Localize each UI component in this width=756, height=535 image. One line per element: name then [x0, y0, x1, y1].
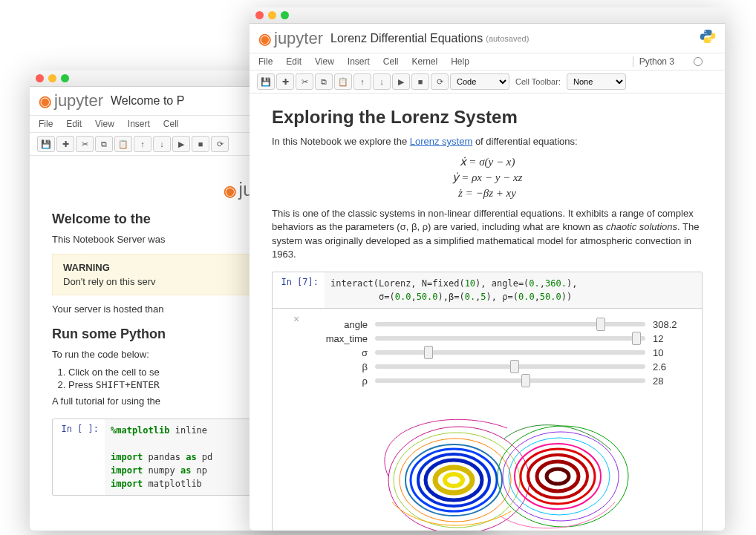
- close-icon[interactable]: [255, 11, 264, 19]
- move-down-icon[interactable]: ↓: [373, 73, 391, 90]
- minimize-icon[interactable]: [268, 11, 276, 19]
- window-lorenz: ◉ jupyter Lorenz Differential Equations …: [250, 7, 725, 531]
- slider-label: angle: [310, 319, 375, 330]
- cell-toolbar-label: Cell Toolbar:: [515, 77, 561, 86]
- slider-thumb[interactable]: [424, 346, 433, 359]
- slider-thumb[interactable]: [521, 374, 530, 387]
- jupyter-icon: ◉: [258, 30, 271, 47]
- paste-icon[interactable]: 📋: [114, 136, 132, 152]
- copy-icon[interactable]: ⧉: [315, 73, 333, 90]
- cell-type-select[interactable]: Code: [450, 73, 509, 90]
- slider-β: β2.6: [310, 361, 690, 372]
- eq-1: ẋ = σ(y − x): [272, 154, 703, 170]
- slider-label: β: [310, 361, 375, 372]
- svg-point-9: [435, 467, 472, 493]
- notebook-name[interactable]: Lorenz Differential Equations: [330, 32, 483, 45]
- menu-file[interactable]: File: [39, 119, 53, 129]
- python-icon: [700, 28, 716, 48]
- stop-icon[interactable]: ■: [411, 73, 429, 90]
- add-cell-icon[interactable]: ✚: [56, 136, 74, 152]
- svg-point-3: [394, 433, 520, 528]
- kernel-indicator-icon: [694, 57, 703, 66]
- eq-2: ẏ = ρx − y − xz: [272, 170, 703, 186]
- slider-track[interactable]: [375, 364, 645, 369]
- autosaved-label: (autosaved): [486, 34, 529, 43]
- jupyter-icon: ◉: [39, 92, 51, 110]
- cell-prompt: In [7]:: [273, 272, 325, 308]
- paste-icon[interactable]: 📋: [334, 73, 352, 90]
- jupyter-logo[interactable]: ◉ jupyter: [258, 29, 323, 48]
- menubar: File Edit View Insert Cell Kernel Help P…: [250, 53, 725, 70]
- menu-help[interactable]: Help: [451, 56, 469, 67]
- widget-close-icon[interactable]: ×: [293, 313, 299, 325]
- restart-icon[interactable]: ⟳: [431, 73, 449, 90]
- save-icon[interactable]: 💾: [37, 136, 55, 152]
- add-cell-icon[interactable]: ✚: [276, 73, 294, 90]
- menu-cell[interactable]: Cell: [383, 56, 399, 67]
- cell-prompt: In [ ]:: [53, 419, 105, 495]
- notebook-header: ◉ jupyter Lorenz Differential Equations …: [250, 24, 725, 53]
- lorenz-link[interactable]: Lorenz system: [410, 136, 473, 147]
- copy-icon[interactable]: ⧉: [95, 136, 113, 152]
- menu-cell[interactable]: Cell: [163, 119, 179, 129]
- slider-track[interactable]: [375, 378, 645, 383]
- slider-label: ρ: [310, 375, 375, 387]
- save-icon[interactable]: 💾: [257, 73, 275, 90]
- menu-file[interactable]: File: [258, 56, 273, 67]
- move-down-icon[interactable]: ↓: [153, 136, 171, 152]
- slider-max_time: max_time12: [310, 333, 690, 344]
- menu-edit[interactable]: Edit: [66, 119, 82, 129]
- svg-point-11: [498, 426, 628, 527]
- svg-point-1: [710, 41, 711, 42]
- move-up-icon[interactable]: ↑: [134, 136, 151, 152]
- svg-point-4: [400, 439, 511, 522]
- svg-point-15: [521, 449, 595, 504]
- restart-icon[interactable]: ⟳: [211, 136, 229, 152]
- slider-thumb[interactable]: [596, 318, 605, 331]
- minimize-icon[interactable]: [48, 74, 56, 82]
- code-cell[interactable]: In [7]: interact(Lorenz, N=fixed(10), an…: [272, 272, 703, 531]
- svg-point-17: [537, 462, 579, 491]
- cut-icon[interactable]: ✂: [296, 73, 313, 90]
- intro-paragraph: In this Notebook we explore the Lorenz s…: [272, 135, 703, 148]
- cell-toolbar-select[interactable]: None: [567, 73, 626, 90]
- kernel-name[interactable]: Python 3: [633, 56, 674, 67]
- notebook-name[interactable]: Welcome to P: [111, 94, 184, 108]
- titlebar[interactable]: [250, 7, 725, 24]
- menu-view[interactable]: View: [315, 56, 334, 67]
- run-icon[interactable]: ▶: [392, 73, 410, 90]
- svg-point-18: [547, 469, 569, 484]
- run-icon[interactable]: ▶: [172, 136, 190, 152]
- slider-value: 10: [653, 347, 690, 358]
- svg-point-0: [705, 31, 706, 33]
- menu-insert[interactable]: Insert: [128, 119, 150, 129]
- slider-angle: angle308.2: [310, 319, 690, 330]
- slider-track[interactable]: [375, 350, 645, 355]
- menu-view[interactable]: View: [95, 119, 114, 129]
- menu-edit[interactable]: Edit: [286, 56, 302, 67]
- svg-point-10: [445, 474, 463, 486]
- toolbar: 💾 ✚ ✂ ⧉ 📋 ↑ ↓ ▶ ■ ⟳ Code Cell Toolbar: N…: [250, 70, 725, 93]
- cell-body[interactable]: interact(Lorenz, N=fixed(10), angle=(0.,…: [325, 272, 702, 308]
- widget-area: × angle308.2max_time12σ10β2.6ρ28: [273, 308, 702, 531]
- slider-track[interactable]: [375, 322, 645, 326]
- stop-icon[interactable]: ■: [192, 136, 209, 152]
- lorenz-attractor-plot: [310, 398, 690, 531]
- close-icon[interactable]: [36, 74, 44, 82]
- description-paragraph: This is one of the classic systems in no…: [272, 207, 703, 261]
- menu-kernel[interactable]: Kernel: [412, 56, 438, 67]
- slider-thumb[interactable]: [632, 332, 641, 345]
- move-up-icon[interactable]: ↑: [353, 73, 371, 90]
- zoom-icon[interactable]: [281, 11, 289, 19]
- jupyter-logo[interactable]: ◉ jupyter: [39, 91, 103, 111]
- slider-thumb[interactable]: [510, 360, 519, 373]
- zoom-icon[interactable]: [61, 74, 69, 82]
- menu-insert[interactable]: Insert: [348, 56, 370, 67]
- slider-value: 2.6: [653, 361, 690, 372]
- jupyter-text: jupyter: [274, 29, 323, 48]
- slider-value: 12: [653, 333, 690, 344]
- slider-track[interactable]: [375, 336, 645, 341]
- slider-label: σ: [310, 347, 375, 358]
- page-title: Exploring the Lorenz System: [272, 107, 703, 128]
- cut-icon[interactable]: ✂: [76, 136, 94, 152]
